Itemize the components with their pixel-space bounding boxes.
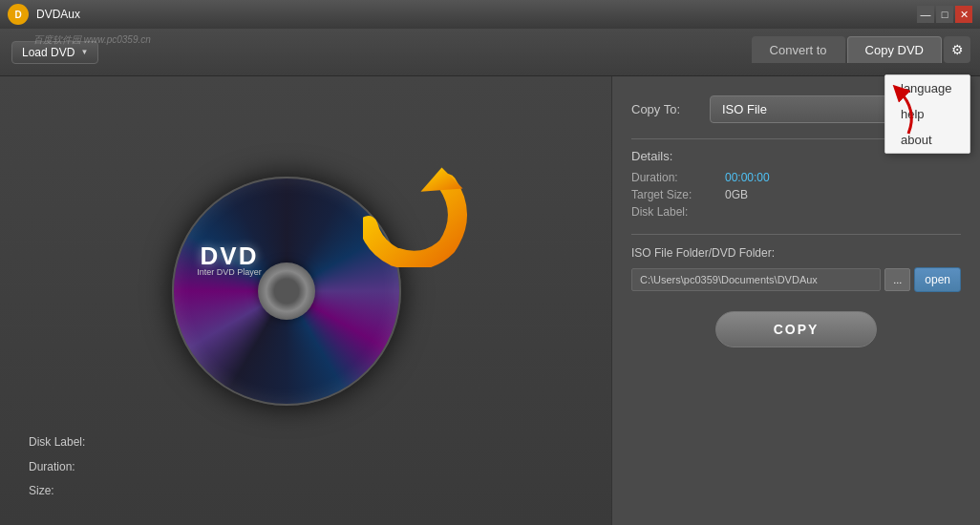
toolbar: Load DVD ▼ 百度软件园 www.pc0359.cn Convert t… xyxy=(0,29,980,76)
dvd-illustration: DVD Inter DVD Player xyxy=(153,158,458,425)
context-menu: language help about xyxy=(884,74,970,154)
disk-label-detail-row: Disk Label: xyxy=(631,205,961,219)
size-key: Size: xyxy=(29,481,54,502)
folder-title: ISO File Folder/DVD Folder: xyxy=(631,246,961,260)
copy-button[interactable]: COPY xyxy=(715,311,878,347)
target-size-label: Target Size: xyxy=(631,188,717,201)
menu-item-help[interactable]: help xyxy=(885,101,969,127)
left-panel: DVD Inter DVD Player xyxy=(0,76,611,525)
dvd-label-text: DVD Inter DVD Player xyxy=(197,242,262,277)
dvd-sub-text: Inter DVD Player xyxy=(197,267,262,277)
main-content: DVD Inter DVD Player xyxy=(0,76,980,525)
copy-to-value: ISO File xyxy=(722,102,767,116)
bottom-info: Disk Label: Duration: Size: xyxy=(29,432,85,506)
folder-open-button[interactable]: open xyxy=(914,267,961,292)
size-row: Size: xyxy=(29,481,85,502)
target-size-row: Target Size: 0GB xyxy=(631,188,961,201)
disk-label-key: Disk Label: xyxy=(29,432,85,453)
dvd-arrow xyxy=(363,162,468,267)
minimize-button[interactable]: — xyxy=(917,6,934,23)
copy-button-container: COPY xyxy=(631,311,961,347)
tab-area: Convert to Copy DVD xyxy=(752,36,942,63)
folder-path-input[interactable] xyxy=(631,268,881,291)
load-dvd-button[interactable]: Load DVD ▼ xyxy=(11,41,98,64)
tab-convert[interactable]: Convert to xyxy=(752,36,845,63)
duration-detail-row: Duration: 00:00:00 xyxy=(631,171,961,184)
menu-item-language[interactable]: language xyxy=(885,75,969,101)
load-dvd-arrow: ▼ xyxy=(80,48,88,56)
maximize-button[interactable]: □ xyxy=(936,6,953,23)
disk-label-detail: Disk Label: xyxy=(631,205,717,219)
folder-row: ... open xyxy=(631,267,961,292)
app-title: DVDAux xyxy=(36,8,80,21)
target-size-value: 0GB xyxy=(725,188,748,201)
folder-section: ISO File Folder/DVD Folder: ... open xyxy=(631,234,961,292)
folder-browse-button[interactable]: ... xyxy=(884,268,910,291)
arrow-svg xyxy=(363,162,468,267)
title-bar-controls: — □ ✕ xyxy=(917,6,972,23)
tab-copy-dvd[interactable]: Copy DVD xyxy=(847,36,942,63)
duration-row: Duration: xyxy=(29,457,85,478)
close-button[interactable]: ✕ xyxy=(955,6,972,23)
menu-item-about[interactable]: about xyxy=(885,127,969,153)
duration-label: Duration: xyxy=(631,171,717,184)
duration-value: 00:00:00 xyxy=(725,171,770,184)
app-logo: D xyxy=(8,4,29,25)
copy-to-label: Copy To: xyxy=(631,102,698,116)
load-dvd-label: Load DVD xyxy=(22,46,75,59)
duration-key: Duration: xyxy=(29,457,75,478)
settings-icon[interactable]: ⚙ xyxy=(944,36,970,63)
svg-marker-0 xyxy=(421,168,463,192)
title-bar-left: D DVDAux xyxy=(8,4,80,25)
title-bar: D DVDAux — □ ✕ xyxy=(0,0,980,29)
disk-label-row: Disk Label: xyxy=(29,432,85,453)
